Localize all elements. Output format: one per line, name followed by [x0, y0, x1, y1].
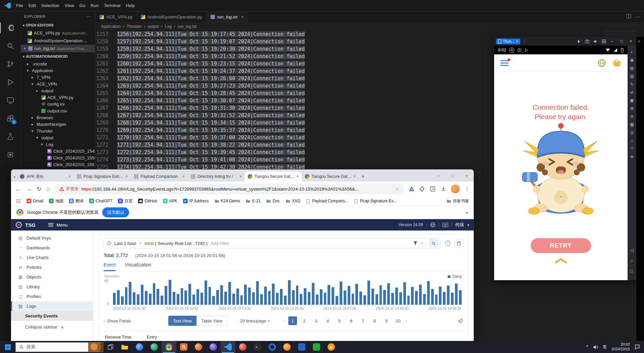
- has-filter-chip[interactable]: HAS ( Security Rule List , 7242 ): [144, 241, 208, 246]
- tree-item-application[interactable]: ▾Application: [21, 67, 95, 74]
- tab-event[interactable]: Event: [104, 262, 116, 271]
- maximize-icon[interactable]: □: [618, 39, 625, 44]
- collapse-sidebar[interactable]: Collapse sidebar«: [11, 324, 93, 330]
- battery-icon[interactable]: ◎: [630, 130, 634, 135]
- extension-colored-icon[interactable]: [409, 186, 415, 192]
- editor-tab[interactable]: ACE_VPN.py: [96, 12, 137, 22]
- menu-go[interactable]: Go: [77, 2, 88, 9]
- hamburger-icon[interactable]: [48, 223, 53, 227]
- editor-tab[interactable]: run_log.txt×: [207, 12, 248, 22]
- help-icon[interactable]: ?: [445, 240, 451, 246]
- menu-help[interactable]: Help: [123, 2, 137, 9]
- export-icon[interactable]: [455, 239, 463, 248]
- page-1[interactable]: 1: [288, 316, 297, 325]
- open-editor-item[interactable]: ×run_log.txtApplication\Thun...: [21, 45, 95, 52]
- breadcrumb-item[interactable]: Application: [101, 24, 121, 29]
- sidebar-item-policies[interactable]: ⇄Policies: [11, 262, 93, 272]
- snapshot-icon[interactable]: ⊞: [630, 106, 634, 111]
- workspace-header[interactable]: ▾ AUTOMATIONANDROID: [21, 52, 95, 60]
- taskbar-app-everything-search[interactable]: [176, 341, 191, 353]
- page-10[interactable]: 10: [394, 316, 403, 325]
- clear-filter-icon[interactable]: ×: [421, 241, 423, 246]
- search-icon[interactable]: [5, 41, 16, 51]
- taskbar-clock[interactable]: 20:02 2024/10/15: [611, 342, 630, 352]
- close-icon[interactable]: ×: [125, 174, 128, 179]
- split-editor-icon[interactable]: [626, 14, 631, 19]
- page-3[interactable]: 3: [312, 316, 320, 325]
- minimize-icon[interactable]: –: [609, 39, 616, 44]
- security-warning[interactable]: 不安全: [59, 186, 79, 192]
- remove-filter-icon[interactable]: ×: [139, 241, 141, 246]
- sidebar-item-profiles[interactable]: ◫Profiles: [11, 292, 93, 301]
- taskbar-app-app-green[interactable]: [147, 341, 162, 353]
- extensions-icon[interactable]: 5: [5, 113, 16, 124]
- breadcrumb-item[interactable]: run_log.txt: [178, 24, 196, 29]
- run-debug-icon[interactable]: [5, 77, 16, 88]
- recents-icon[interactable]: □: [630, 268, 634, 273]
- taskbar-app-app-orange[interactable]: [280, 341, 294, 353]
- tree-item-click-20241015-155045-png[interactable]: Click_20241015_155045.png: [21, 154, 95, 161]
- page-6[interactable]: 6: [347, 316, 356, 325]
- close-icon[interactable]: ×: [465, 210, 468, 215]
- tree-item-click-20241015-154906-png[interactable]: Click_20241015_154906.png: [21, 148, 95, 154]
- remote-explorer-icon[interactable]: [5, 95, 16, 106]
- rotate-left-icon[interactable]: ▥: [630, 74, 634, 79]
- globe-icon[interactable]: [597, 59, 606, 67]
- breadcrumb-item[interactable]: output: [148, 24, 159, 29]
- start-button[interactable]: [0, 341, 15, 353]
- breadcrumb-item[interactable]: Thunder: [127, 24, 142, 29]
- camera-icon[interactable]: ⌂: [631, 138, 633, 143]
- bookmark-star-icon[interactable]: ☆: [395, 187, 399, 192]
- browser-tab[interactable]: Tiangou Secure Gatewa...×: [302, 171, 359, 182]
- bookmark-translate[interactable]: 文翻译: [69, 198, 83, 204]
- close-icon[interactable]: ×: [23, 46, 26, 51]
- column-header[interactable]: Entry: [147, 335, 157, 340]
- search-button[interactable]: [429, 240, 437, 247]
- volume-up-icon[interactable]: ◉: [630, 58, 634, 62]
- power-icon[interactable]: ◐: [631, 50, 633, 54]
- taskbar-app-app-purple[interactable]: [206, 341, 221, 353]
- tree-item-click-20241015-155148-png[interactable]: Click_20241015_155148.png: [21, 161, 95, 168]
- home-icon[interactable]: ○: [630, 258, 634, 263]
- taskbar-app-app-red[interactable]: [235, 341, 250, 353]
- breadcrumb-item[interactable]: Log: [165, 24, 172, 29]
- close-icon[interactable]: ×: [182, 174, 185, 179]
- screen-record-icon[interactable]: ▣: [630, 98, 634, 103]
- back-icon[interactable]: ←: [15, 186, 21, 193]
- close-icon[interactable]: ×: [516, 39, 518, 43]
- keyboard-icon[interactable]: [443, 223, 448, 227]
- search-highlight-image[interactable]: [88, 343, 103, 352]
- address-bar[interactable]: 不安全 https://192.168.44.29/#/Log_Security…: [55, 184, 404, 194]
- open-editor-item[interactable]: AndroidSystemOperation....: [21, 37, 95, 45]
- explorer-icon[interactable]: [0, 22, 16, 33]
- taskbar-app-terminal[interactable]: >_: [250, 341, 265, 353]
- bookmark-folder[interactable]: K24-Demo: [215, 199, 240, 203]
- bookmark-github[interactable]: ◉GitHub: [138, 199, 157, 203]
- retry-button[interactable]: RETRY: [531, 238, 591, 253]
- tree-item-ace-vpn[interactable]: ▾ACE_VPN: [21, 81, 95, 87]
- sidebar-item-objects[interactable]: ▦Objects: [11, 272, 93, 282]
- emulator-tab-chip[interactable]: Thun... ×: [496, 39, 520, 44]
- tree-item-output[interactable]: ▾output: [21, 134, 95, 141]
- show-fields-toggle[interactable]: ›Show Fields: [104, 318, 131, 323]
- open-editor-item[interactable]: ACE_VPN.pyApplication\AC...: [21, 29, 95, 37]
- apps-grid-icon[interactable]: [16, 199, 21, 204]
- tree-item--vscode[interactable]: ▸.vscode: [21, 60, 95, 67]
- volume-down-icon[interactable]: ▤: [630, 66, 634, 70]
- menu-selection[interactable]: Selection: [39, 2, 62, 9]
- bookmark-maps[interactable]: ●地图: [49, 198, 63, 204]
- new-tab-button[interactable]: +: [361, 173, 364, 180]
- action-center-icon[interactable]: [635, 344, 640, 350]
- close-icon[interactable]: ×: [239, 174, 242, 179]
- close-icon[interactable]: ×: [241, 14, 244, 19]
- browser-tab[interactable]: Payload Comparison×: [131, 171, 188, 182]
- close-icon[interactable]: ×: [460, 169, 474, 182]
- testing-icon[interactable]: [5, 131, 16, 142]
- settings-icon[interactable]: ▽: [630, 146, 633, 151]
- more-icon[interactable]: ⊕: [630, 154, 634, 159]
- page-4[interactable]: 4: [324, 316, 332, 325]
- sidebar-item-live-charts[interactable]: ∿Live Charts: [11, 253, 93, 262]
- column-header[interactable]: Receive Time: [105, 335, 131, 340]
- task-view-button[interactable]: [103, 341, 117, 353]
- add-filter-button[interactable]: Add Filter: [211, 241, 229, 246]
